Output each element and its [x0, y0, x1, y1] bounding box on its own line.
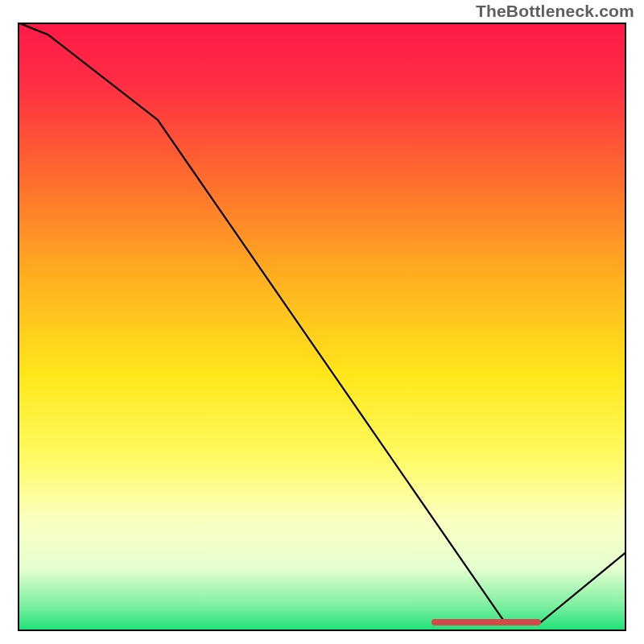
- chart-area: [18, 23, 626, 631]
- watermark-text: TheBottleneck.com: [476, 2, 634, 21]
- chart-line: [18, 23, 626, 631]
- optimal-range-marker: [431, 619, 541, 625]
